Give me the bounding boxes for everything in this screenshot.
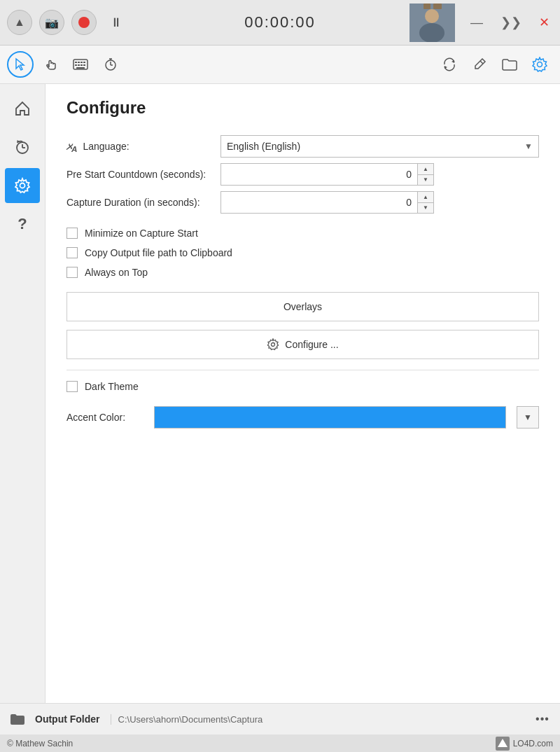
timer-display: 00:00:00: [244, 13, 316, 32]
svg-point-1: [425, 9, 439, 23]
accent-color-dropdown[interactable]: ▼: [517, 406, 539, 429]
always-on-top-label: Always on Top: [85, 267, 148, 278]
svg-rect-12: [80, 64, 83, 66]
language-dropdown[interactable]: English (English) ▼: [220, 135, 539, 158]
svg-point-29: [272, 343, 275, 347]
svg-marker-21: [444, 66, 447, 69]
settings-button[interactable]: [526, 51, 553, 78]
capture-duration-arrows: ▲ ▼: [417, 192, 433, 213]
pre-start-down[interactable]: ▼: [418, 175, 433, 186]
record-dot: [78, 17, 90, 28]
dark-theme-label: Dark Theme: [85, 381, 139, 392]
svg-marker-30: [498, 739, 507, 747]
up-button[interactable]: ▲: [7, 10, 32, 35]
capture-duration-row: Capture Duration (in seconds): ▲ ▼: [66, 191, 539, 214]
output-path: C:\Users\ahorn\Documents\Captura: [111, 714, 525, 725]
expand-button[interactable]: ❯❯: [497, 13, 525, 32]
pre-start-label: Pre Start Countdown (seconds):: [66, 169, 220, 180]
configure-overlays-button[interactable]: Configure ...: [66, 330, 539, 359]
refresh-button[interactable]: [436, 51, 463, 78]
dark-theme-checkbox-row: Dark Theme: [66, 381, 539, 392]
language-label: ꭗA Language:: [66, 140, 220, 153]
main-layout: ? Configure ꭗA Language: English (Englis…: [0, 84, 560, 703]
page-title: Configure: [66, 98, 539, 118]
pre-start-up[interactable]: ▲: [418, 164, 433, 175]
dropdown-arrow: ▼: [524, 141, 533, 151]
pre-start-input[interactable]: [221, 164, 417, 185]
always-on-top-checkbox[interactable]: [66, 267, 78, 278]
sidebar-item-home[interactable]: [5, 91, 40, 126]
content-area: Configure ꭗA Language: English (English)…: [46, 84, 560, 703]
sidebar-item-configure[interactable]: [5, 168, 40, 203]
output-folder-label: Output Folder: [35, 713, 100, 725]
gear-icon: [267, 338, 279, 351]
svg-rect-4: [433, 4, 442, 9]
language-row: ꭗA Language: English (English) ▼: [66, 135, 539, 158]
pause-button[interactable]: ⏸: [104, 10, 129, 35]
svg-rect-7: [78, 62, 80, 63]
language-icon: ꭗA: [66, 140, 77, 153]
tool-keyboard[interactable]: [67, 51, 94, 78]
webcam-placeholder: [410, 4, 455, 42]
folder-button[interactable]: [496, 51, 523, 78]
capture-duration-input[interactable]: [221, 192, 417, 213]
lo4d-icon: [496, 737, 510, 751]
pre-start-row: Pre Start Countdown (seconds): ▲ ▼: [66, 163, 539, 186]
minimize-checkbox[interactable]: [66, 228, 78, 239]
tool-hand[interactable]: [37, 51, 64, 78]
titlebar-controls: — ❯❯ ✕: [467, 13, 553, 32]
clipboard-label: Copy Output file path to Clipboard: [85, 247, 232, 258]
capture-duration-spinbox: ▲ ▼: [220, 191, 434, 214]
svg-point-28: [20, 183, 25, 188]
svg-rect-13: [83, 64, 85, 66]
minimize-button[interactable]: —: [467, 14, 486, 32]
overlays-button[interactable]: Overlays: [66, 292, 539, 321]
minimize-checkbox-row: Minimize on Capture Start: [66, 228, 539, 239]
close-button[interactable]: ✕: [536, 13, 553, 32]
minimize-label: Minimize on Capture Start: [85, 228, 198, 239]
toolbar: [0, 46, 560, 84]
svg-rect-10: [75, 64, 77, 66]
clipboard-checkbox[interactable]: [66, 247, 78, 258]
footer-logo: LO4D.com: [496, 737, 553, 751]
accent-color-label: Accent Color:: [66, 412, 144, 423]
dark-theme-checkbox[interactable]: [66, 381, 78, 392]
sidebar-item-help[interactable]: ?: [5, 207, 40, 242]
tool-cursor[interactable]: [7, 51, 34, 78]
titlebar: ▲ 📷 ⏸ 00:00:00 — ❯❯ ✕: [0, 0, 560, 46]
svg-line-22: [480, 61, 483, 64]
webcam-preview: [410, 4, 455, 42]
record-button[interactable]: [71, 10, 97, 35]
brush-button[interactable]: [466, 51, 493, 78]
svg-rect-8: [80, 62, 83, 63]
tool-timer[interactable]: [97, 51, 124, 78]
bottom-bar: Output Folder C:\Users\ahorn\Documents\C…: [0, 703, 560, 734]
more-options-button[interactable]: •••: [532, 709, 553, 730]
svg-point-2: [419, 23, 444, 42]
svg-rect-3: [424, 4, 430, 9]
svg-marker-20: [451, 60, 454, 63]
accent-color-row: Accent Color: ▼: [66, 406, 539, 429]
always-on-top-checkbox-row: Always on Top: [66, 267, 539, 278]
capture-duration-up[interactable]: ▲: [418, 192, 433, 203]
clipboard-checkbox-row: Copy Output file path to Clipboard: [66, 247, 539, 258]
svg-point-23: [538, 62, 542, 67]
svg-rect-9: [83, 62, 85, 63]
sidebar: ?: [0, 84, 46, 703]
accent-color-picker[interactable]: [154, 406, 506, 429]
output-folder-icon[interactable]: [7, 709, 28, 730]
capture-duration-down[interactable]: ▼: [418, 203, 433, 214]
pre-start-spinbox: ▲ ▼: [220, 163, 434, 186]
pre-start-arrows: ▲ ▼: [417, 164, 433, 185]
titlebar-left: ▲ 📷 ⏸: [7, 10, 129, 35]
svg-rect-6: [75, 62, 77, 63]
divider: [66, 370, 539, 370]
svg-rect-14: [76, 67, 85, 69]
sidebar-item-history[interactable]: [5, 130, 40, 165]
capture-duration-label: Capture Duration (in seconds):: [66, 197, 220, 208]
copyright-text: © Mathew Sachin: [7, 739, 73, 748]
svg-rect-11: [78, 64, 80, 66]
footer: © Mathew Sachin LO4D.com: [0, 734, 560, 752]
camera-button[interactable]: 📷: [39, 10, 64, 35]
